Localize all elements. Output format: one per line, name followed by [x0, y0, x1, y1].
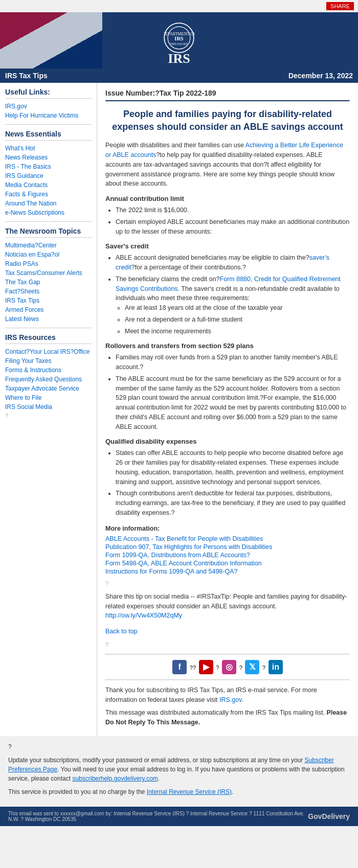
- youtube-icon[interactable]: ▶: [199, 660, 213, 674]
- sidebar-item-around[interactable]: Around The Nation: [5, 199, 92, 208]
- newsroom-topics-heading: The Newsroom Topics: [5, 227, 92, 238]
- header-flag: [0, 12, 102, 68]
- section1-list: The 2022 limit is $16,000. Certain emplo…: [116, 205, 350, 236]
- list-item: States can offer ABLE accounts to help p…: [116, 448, 350, 487]
- outer-footer: ? Update your subscriptions, modify your…: [0, 736, 358, 807]
- question-mark-2: ?: [105, 641, 350, 649]
- sidebar-item-hurricane[interactable]: Help For Hurricane Victims: [5, 111, 92, 120]
- back-to-top[interactable]: Back to top: [105, 628, 138, 635]
- sidebar-item-noticias[interactable]: Noticias en Espa?ol: [5, 250, 92, 259]
- sidebar-item-factsheets[interactable]: Fact?Sheets: [5, 287, 92, 296]
- share-bar: SHARE: [0, 0, 358, 12]
- outer-footer-para: ?: [8, 742, 350, 751]
- sidebar-item-factsfigures[interactable]: Facts & Figures: [5, 190, 92, 199]
- contact-link[interactable]: subscriberhelp.govdelivery.com: [72, 775, 158, 782]
- facebook-icon[interactable]: f: [172, 660, 187, 674]
- sidebar-item-faq[interactable]: Frequently Asked Questions: [5, 375, 92, 384]
- page-title: IRS Tax Tips: [5, 72, 48, 80]
- form8880-link[interactable]: Form 8880, Credit for Qualified Retireme…: [116, 276, 341, 292]
- sidebar-item-multimedia[interactable]: Multimedia?Center: [5, 241, 92, 250]
- section3-list: Families may roll over funds from a 529 …: [116, 353, 350, 431]
- social-row: f ?? ▶ ? ◎ ? 𝕏 ? in: [105, 660, 350, 674]
- issue-number: Issue Number:?Tax Tip 2022-189: [105, 89, 350, 97]
- auto-message: This message was distributed automatical…: [105, 708, 350, 727]
- sidebar-item-taxpayer-advocate[interactable]: Taxpayer Advocate Service: [5, 384, 92, 393]
- sidebar-item-social[interactable]: IRS Social Media: [5, 402, 92, 412]
- linkedin-icon[interactable]: in: [268, 660, 283, 674]
- subscribe-text: Thank you for subscribing to IRS Tax Tip…: [105, 686, 350, 705]
- sidebar-item-contact[interactable]: Contact?Your Local IRS?Office: [5, 347, 92, 356]
- svg-text:IRS: IRS: [174, 36, 184, 41]
- service-provided: This service is provided to you at no ch…: [8, 787, 350, 796]
- question-icon4: ?: [262, 665, 265, 671]
- list-item: Families may roll over funds from a 529 …: [116, 353, 350, 372]
- sidebar-item-wheretofile[interactable]: Where to File: [5, 393, 92, 402]
- svg-text:TREASURY: TREASURY: [170, 42, 188, 45]
- sidebar-item-taxscams[interactable]: Tax Scams/Consumer Alerts: [5, 268, 92, 278]
- sidebar-item-irsguidance[interactable]: IRS Guidance: [5, 171, 92, 180]
- sidebar-item-taxgap[interactable]: The Tax Gap: [5, 278, 92, 287]
- share-button[interactable]: SHARE: [326, 2, 354, 10]
- divider1: [5, 124, 92, 125]
- email-info: This email was sent to xxxxxx@gmail.com …: [8, 811, 308, 822]
- savers-credit-link[interactable]: saver's credit: [116, 254, 329, 271]
- list-item: Meet the income requirements: [125, 327, 350, 336]
- section4-heading: Qualified disability expenses: [105, 438, 350, 445]
- bottom-bar: This email was sent to xxxxxx@gmail.com …: [0, 807, 358, 826]
- question-icon2: ?: [216, 665, 219, 671]
- sidebar-item-latestnews[interactable]: Latest News: [5, 314, 92, 324]
- sidebar-item-enews[interactable]: e-News Subscriptions: [5, 208, 92, 217]
- divider3: [5, 328, 92, 328]
- section2-list: ABLE account designated beneficiaries ma…: [116, 253, 350, 336]
- sidebar-item-armedforces[interactable]: Armed Forces: [5, 305, 92, 314]
- list-item: ABLE account designated beneficiaries ma…: [116, 253, 350, 272]
- govdelivery-logo: GovDelivery: [308, 812, 350, 820]
- section3-heading: Rollovers and transfers from section 529…: [105, 342, 350, 350]
- section2-heading: Saver's credit: [105, 242, 350, 250]
- more-info-link-2[interactable]: Publication 907, Tax Highlights for Pers…: [105, 543, 350, 551]
- irs-seal: DEPARTMENT OF IRS TREASURY IRS: [164, 22, 194, 66]
- share-text: Share this tip on social media -- #IRSTa…: [105, 592, 350, 621]
- divider2: [5, 221, 92, 222]
- section1-heading: Annual contribution limit: [105, 195, 350, 202]
- more-info-link-3[interactable]: Form 1099-QA, Distributions from ABLE Ac…: [105, 552, 350, 559]
- question-icon1: ??: [190, 665, 196, 671]
- more-info: More information: ABLE Accounts - Tax Be…: [105, 524, 350, 576]
- more-info-link-5[interactable]: Instructions for Forms 1099-QA and 5498-…: [105, 568, 350, 575]
- sidebar-item-radio[interactable]: Radio PSAs: [5, 259, 92, 268]
- sidebar-item-irsips[interactable]: IRS Tax Tips: [5, 296, 92, 305]
- question-mark-1: ?: [105, 579, 350, 588]
- more-info-link-1[interactable]: ABLE Accounts - Tax Benefit for People w…: [105, 535, 350, 542]
- sidebar-item-whatshot[interactable]: What's Hot: [5, 144, 92, 153]
- irgov-footer-link[interactable]: IRS.gov: [219, 696, 242, 703]
- footer-subscribe: Thank you for subscribing to IRS Tax Tip…: [105, 686, 350, 727]
- content-divider: [105, 100, 350, 102]
- header: DEPARTMENT OF IRS TREASURY IRS: [0, 12, 358, 68]
- no-reply-text: Please Do Not Reply To This Message.: [105, 709, 347, 726]
- update-subscriptions: Update your subscriptions, modify your p…: [8, 756, 350, 783]
- section4-list: States can offer ABLE accounts to help p…: [116, 448, 350, 517]
- list-item: The beneficiary claims the credit on?For…: [116, 275, 350, 336]
- list-item: Are not a dependent or a full-time stude…: [125, 315, 350, 325]
- sidebar-item-newsreleases[interactable]: News Releases: [5, 153, 92, 162]
- useful-links-heading: Useful Links:: [5, 88, 92, 99]
- instagram-icon[interactable]: ◎: [222, 660, 236, 674]
- sidebar-item-forms[interactable]: Forms & Instructions: [5, 366, 92, 375]
- section2-sublist: Are at least 18 years old at the close o…: [125, 303, 350, 336]
- list-item: Though contributions aren't deductible f…: [116, 489, 350, 517]
- able-link[interactable]: Achieving a Better Life Experience or AB…: [105, 142, 343, 158]
- subscriber-prefs-link[interactable]: Subscriber Preferences Page: [8, 757, 334, 773]
- main-layout: Useful Links: IRS.gov Help For Hurricane…: [0, 83, 358, 736]
- list-item: Are at least 18 years old at the close o…: [125, 303, 350, 313]
- list-item: The 2022 limit is $16,000.: [116, 205, 350, 215]
- twitter-icon[interactable]: 𝕏: [245, 660, 259, 674]
- more-info-link-4[interactable]: Form 5498-QA, ABLE Account Contribution …: [105, 560, 350, 567]
- irs-link[interactable]: Internal Revenue Service (IRS): [147, 788, 232, 795]
- sidebar-item-mediacontacts[interactable]: Media Contacts: [5, 180, 92, 190]
- sidebar-item-filing[interactable]: Filing Your Taxes: [5, 356, 92, 366]
- sidebar-item-irsgov[interactable]: IRS.gov: [5, 102, 92, 111]
- sidebar: Useful Links: IRS.gov Help For Hurricane…: [0, 83, 97, 736]
- share-url[interactable]: http://ow.ly/Vw4X50M2qMy: [105, 612, 182, 619]
- question-icon3: ?: [239, 665, 242, 671]
- sidebar-item-irsbasics[interactable]: IRS - The Basics: [5, 162, 92, 171]
